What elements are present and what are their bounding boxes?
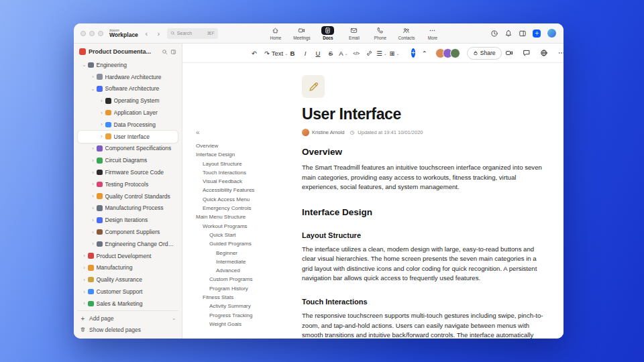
outline-activity-summary[interactable]: Activity Summary (196, 302, 297, 310)
document-body[interactable]: OverviewThe Smart Treadmill features an … (302, 147, 545, 339)
outline-interface-design[interactable]: Interface Design (196, 150, 297, 159)
page-data-processing[interactable]: ›Data Processing (78, 119, 178, 131)
outline-weight-goals[interactable]: Weight Goals (196, 320, 297, 328)
list-button[interactable]: ☰ ⌄ (376, 47, 387, 59)
chevron-right-icon[interactable]: › (81, 265, 87, 271)
page-manufacturing-process[interactable]: ›Manufacturing Process (78, 202, 178, 215)
chevron-right-icon[interactable]: › (90, 158, 96, 164)
tab-contacts[interactable]: Contacts (398, 26, 415, 40)
page-component-suppliers[interactable]: ›Component Suppliers (78, 226, 178, 238)
collaborator-avatar[interactable] (450, 48, 460, 58)
ai-companion-button[interactable]: + (411, 48, 415, 58)
bold-button[interactable]: B (287, 47, 298, 59)
outline-custom-programs[interactable]: Custom Programs (196, 275, 297, 284)
page-sales-marketing[interactable]: ›Sales & Marketing (78, 298, 178, 310)
outline-touch-interactions[interactable]: Touch Interactions (196, 168, 297, 177)
outline-beginner[interactable]: Beginner (196, 249, 297, 257)
outline-fitness-stats[interactable]: Fitness Stats (196, 293, 297, 302)
close-button[interactable] (80, 31, 86, 36)
underline-button[interactable]: U (313, 47, 323, 59)
collapse-toolbar-button[interactable]: ⌃ (419, 47, 430, 59)
chevron-right-icon[interactable]: › (90, 181, 96, 187)
chevron-right-icon[interactable]: › (99, 98, 105, 104)
tab-docs[interactable]: Docs (319, 26, 337, 40)
tab-home[interactable]: Home (267, 26, 284, 40)
undo-button[interactable]: ↶ (249, 47, 260, 59)
page-quality-control-standards[interactable]: ›Quality Control Standards (78, 190, 178, 202)
chevron-right-icon[interactable]: › (90, 229, 96, 235)
document-emoji-icon[interactable] (302, 75, 325, 98)
chevron-right-icon[interactable]: › (81, 277, 87, 283)
document-title[interactable]: User Interface (302, 105, 545, 123)
panel-icon[interactable] (519, 29, 527, 38)
page-quality-assurance[interactable]: ›Quality Assurance (78, 274, 178, 286)
comment-icon[interactable] (521, 47, 532, 59)
chevron-down-icon[interactable]: ⌄ (81, 62, 87, 68)
page-testing-protocols[interactable]: ›Testing Protocols (78, 178, 178, 190)
strikethrough-button[interactable]: S (325, 47, 336, 59)
forward-button[interactable]: › (155, 29, 162, 38)
chevron-right-icon[interactable]: › (90, 145, 96, 152)
sidebar-search-icon[interactable] (162, 49, 168, 55)
italic-button[interactable]: I (300, 47, 311, 59)
text-style-select[interactable]: Text ⌄ (274, 47, 285, 59)
minimize-button[interactable] (89, 31, 95, 36)
more-options-icon[interactable] (556, 47, 564, 59)
chevron-right-icon[interactable]: › (81, 253, 87, 259)
chevron-right-icon[interactable]: › (99, 133, 105, 139)
add-page-button[interactable]: + Add page ⌄ (77, 313, 178, 324)
page-software-architecture[interactable]: ⌄Software Architecture (78, 83, 178, 95)
tab-meetings[interactable]: Meetings (293, 26, 311, 40)
outline-visual-feedback[interactable]: Visual Feedback (196, 177, 297, 186)
back-button[interactable]: ‹ (143, 29, 150, 38)
page-design-iterations[interactable]: ›Design Iterations (78, 214, 178, 226)
redo-button[interactable]: ↷ (262, 47, 272, 59)
page-manufacturing[interactable]: ›Manufacturing (78, 262, 178, 274)
maximize-button[interactable] (98, 31, 103, 36)
chevron-right-icon[interactable]: › (90, 217, 96, 223)
chevron-down-icon[interactable]: ⌄ (90, 86, 96, 92)
global-search-input[interactable]: Search ⌘F (167, 28, 218, 39)
page-product-development[interactable]: ›Product Development (78, 250, 178, 262)
bell-icon[interactable] (504, 29, 513, 38)
page-user-interface[interactable]: ›User Interface (78, 131, 178, 143)
outline-quick-start[interactable]: Quick Start (196, 231, 297, 239)
camera-icon[interactable] (504, 47, 515, 59)
outline-guided-programs[interactable]: Guided Programs (196, 239, 297, 248)
chevron-right-icon[interactable]: › (99, 121, 105, 127)
user-avatar[interactable] (547, 28, 557, 38)
outline-main-menu-structure[interactable]: Main Menu Structure (196, 213, 297, 221)
tab-phone[interactable]: Phone (372, 26, 389, 40)
share-button[interactable]: Share (467, 47, 502, 60)
chevron-down-icon[interactable]: ⌄ (172, 316, 176, 321)
page-operating-system[interactable]: ›Operating System (78, 95, 178, 107)
outline-layout-structure[interactable]: Layout Structure (196, 160, 297, 168)
globe-icon[interactable] (539, 47, 549, 59)
clock-icon[interactable] (490, 29, 498, 38)
tab-email[interactable]: Email (345, 26, 363, 40)
page-component-specifications[interactable]: ›Component Specifications (78, 143, 178, 155)
outline-emergency-controls[interactable]: Emergency Controls (196, 204, 297, 213)
show-deleted-pages-button[interactable]: Show deleted pages (77, 324, 178, 336)
page-customer-support[interactable]: ›Customer Support (78, 286, 178, 298)
page-engineering-change-orders[interactable]: ›Engineering Change Orders (78, 238, 178, 250)
collapse-outline-icon[interactable]: « (196, 129, 297, 136)
outline-quick-access-menu[interactable]: Quick Access Menu (196, 195, 297, 204)
outline-overview[interactable]: Overview (196, 141, 297, 150)
chevron-right-icon[interactable]: › (90, 74, 96, 80)
outline-intermediate[interactable]: Intermediate (196, 257, 297, 266)
chevron-right-icon[interactable]: › (90, 170, 96, 176)
chevron-right-icon[interactable]: › (99, 110, 105, 116)
outline-advanced[interactable]: Advanced (196, 266, 297, 275)
outline-program-history[interactable]: Program History (196, 284, 297, 293)
chevron-right-icon[interactable]: › (81, 289, 87, 295)
chevron-right-icon[interactable]: › (81, 300, 87, 306)
page-engineering[interactable]: ⌄Engineering (78, 59, 178, 71)
chevron-right-icon[interactable]: › (90, 193, 96, 199)
text-color-button[interactable]: A ⌄ (338, 47, 349, 59)
sidebar-panel-icon[interactable] (170, 49, 176, 55)
tab-more[interactable]: More (424, 26, 441, 40)
page-firmware-source-code[interactable]: ›Firmware Source Code (78, 166, 178, 178)
insert-button[interactable]: ⊞ ⌄ (389, 47, 400, 59)
link-button[interactable] (364, 47, 374, 59)
